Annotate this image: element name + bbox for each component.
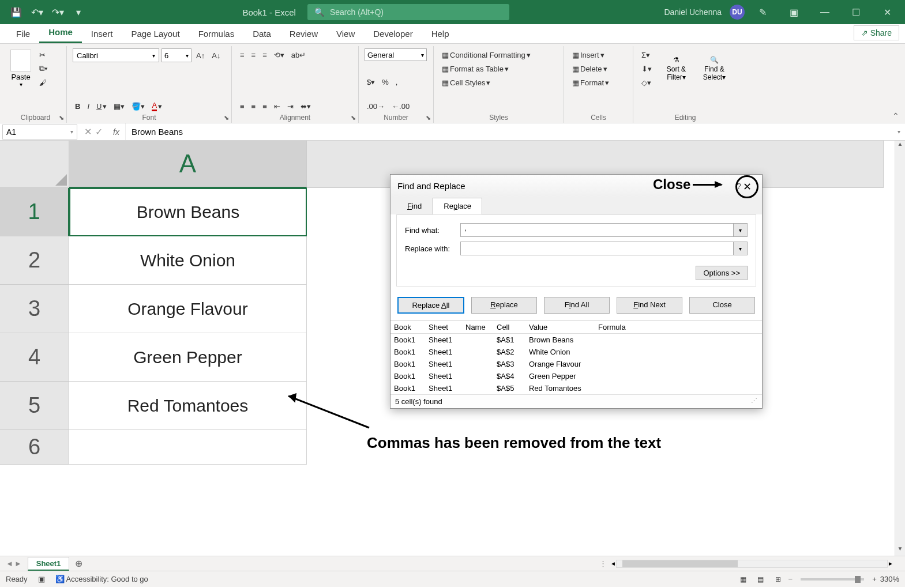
copy-icon[interactable]: ⧉▾ <box>37 62 50 75</box>
result-row[interactable]: Book1Sheet1$A$2White Onion <box>390 346 762 358</box>
scroll-left-icon[interactable]: ◄ <box>610 560 616 567</box>
formula-input[interactable]: Brown Beans <box>125 123 893 140</box>
font-name-select[interactable]: Calibri▾ <box>73 48 159 62</box>
tab-replace[interactable]: Replace <box>433 198 482 214</box>
zoom-out-icon[interactable]: − <box>788 575 793 583</box>
font-size-select[interactable]: 6▾ <box>162 48 191 62</box>
cancel-formula-icon[interactable]: ✕ <box>84 126 92 137</box>
row-header[interactable]: 2 <box>0 236 69 285</box>
fx-icon[interactable]: fx <box>107 127 125 137</box>
normal-view-icon[interactable]: ▦ <box>737 574 750 585</box>
format-table-button[interactable]: ▦ Format as Table ▾ <box>440 62 558 75</box>
replace-with-input[interactable] <box>460 242 734 255</box>
col-name[interactable]: Name <box>462 321 493 333</box>
result-row[interactable]: Book1Sheet1$A$1Brown Beans <box>390 334 762 346</box>
find-what-input[interactable]: , <box>460 223 734 237</box>
scroll-up-icon[interactable]: ▲ <box>895 141 905 151</box>
zoom-level[interactable]: 330% <box>880 575 899 583</box>
align-right-icon[interactable]: ≡ <box>260 100 269 112</box>
row-header[interactable]: 6 <box>0 430 69 465</box>
tab-help[interactable]: Help <box>422 25 459 43</box>
decrease-font-icon[interactable]: A↓ <box>209 49 223 62</box>
cell-a4[interactable]: Green Pepper <box>69 333 307 382</box>
fill-color-button[interactable]: 🪣▾ <box>129 100 147 112</box>
font-color-button[interactable]: A▾ <box>149 100 164 112</box>
macro-rec-icon[interactable]: ▣ <box>38 575 45 583</box>
row-header[interactable]: 3 <box>0 285 69 333</box>
underline-button[interactable]: U▾ <box>94 100 109 112</box>
dialog-close-button[interactable]: ✕ <box>735 175 758 198</box>
row-header[interactable]: 4 <box>0 333 69 382</box>
launcher-icon[interactable]: ⬊ <box>351 114 356 122</box>
align-center-icon[interactable]: ≡ <box>249 100 258 112</box>
comma-icon[interactable]: , <box>393 76 400 89</box>
page-layout-view-icon[interactable]: ▤ <box>754 574 768 585</box>
align-left-icon[interactable]: ≡ <box>238 100 247 112</box>
increase-font-icon[interactable]: A↑ <box>194 49 207 62</box>
sheet-tab-sheet1[interactable]: Sheet1 <box>28 557 70 571</box>
find-all-button[interactable]: Find All <box>544 297 610 314</box>
row-header[interactable]: 1 <box>0 188 69 236</box>
percent-icon[interactable]: % <box>380 76 391 89</box>
fill-icon[interactable]: ⬇▾ <box>639 62 654 75</box>
launcher-icon[interactable]: ⬊ <box>59 114 64 122</box>
autosum-icon[interactable]: Σ▾ <box>639 48 654 61</box>
zoom-slider[interactable] <box>801 578 864 581</box>
scroll-right-icon[interactable]: ► <box>888 560 893 567</box>
tab-review[interactable]: Review <box>280 25 327 43</box>
tab-insert[interactable]: Insert <box>82 25 122 43</box>
prev-sheet-icon[interactable]: ◄ <box>6 559 13 568</box>
currency-icon[interactable]: $▾ <box>365 76 377 89</box>
replace-all-button[interactable]: Replace All <box>397 297 464 314</box>
tab-file[interactable]: File <box>7 25 39 43</box>
tab-formulas[interactable]: Formulas <box>189 25 244 43</box>
close-window-icon[interactable]: ✕ <box>874 0 900 24</box>
scroll-thumb[interactable] <box>622 560 738 567</box>
decrease-indent-icon[interactable]: ⇤ <box>272 100 283 112</box>
ribbon-mode-icon[interactable]: ▣ <box>780 0 807 24</box>
resize-grip-icon[interactable]: ⋰ <box>751 397 757 406</box>
name-box[interactable]: A1▾ <box>2 125 77 140</box>
find-what-dropdown[interactable]: ▾ <box>734 223 748 237</box>
border-button[interactable]: ▦▾ <box>111 100 127 112</box>
col-sheet[interactable]: Sheet <box>425 321 462 333</box>
cell-a1[interactable]: Brown Beans <box>69 188 307 236</box>
find-select-button[interactable]: Find & Select▾ <box>697 65 731 81</box>
col-book[interactable]: Book <box>390 321 425 333</box>
search-input[interactable]: 🔍 Search (Alt+Q) <box>307 4 509 20</box>
align-top-icon[interactable]: ≡ <box>238 48 247 61</box>
tab-home[interactable]: Home <box>39 24 82 43</box>
enter-formula-icon[interactable]: ✓ <box>95 126 103 137</box>
cell-a5[interactable]: Red Tomantoes <box>69 382 307 430</box>
expand-formula-bar-icon[interactable]: ▾ <box>893 129 905 135</box>
paste-button[interactable]: Paste ▾ <box>10 50 31 88</box>
merge-center-icon[interactable]: ⬌▾ <box>298 100 313 112</box>
cell-a2[interactable]: White Onion <box>69 236 307 285</box>
launcher-icon[interactable]: ⬊ <box>426 114 431 122</box>
horizontal-scrollbar[interactable]: ⋮ ◄ ► <box>599 559 893 569</box>
col-cell[interactable]: Cell <box>493 321 525 333</box>
italic-button[interactable]: I <box>85 100 92 112</box>
clear-icon[interactable]: ◇▾ <box>639 76 654 89</box>
launcher-icon[interactable]: ⬊ <box>224 114 229 122</box>
cut-icon[interactable]: ✂ <box>37 48 50 61</box>
col-formula[interactable]: Formula <box>595 321 762 333</box>
find-select-icon[interactable]: 🔍 <box>697 56 731 64</box>
conditional-formatting-button[interactable]: ▦ Conditional Formatting ▾ <box>440 48 558 61</box>
qat-more-icon[interactable]: ▾ <box>69 3 88 21</box>
add-sheet-button[interactable]: ⊕ <box>69 558 88 569</box>
tab-view[interactable]: View <box>327 25 364 43</box>
result-row[interactable]: Book1Sheet1$A$4Green Pepper <box>390 370 762 382</box>
col-value[interactable]: Value <box>525 321 595 333</box>
bold-button[interactable]: B <box>73 100 82 112</box>
tab-developer[interactable]: Developer <box>364 25 422 43</box>
format-painter-icon[interactable]: 🖌 <box>37 76 50 89</box>
number-format-select[interactable]: General▾ <box>365 48 427 61</box>
result-row[interactable]: Book1Sheet1$A$3Orange Flavour <box>390 358 762 370</box>
scroll-split-icon[interactable]: ⋮ <box>599 559 607 568</box>
options-button[interactable]: Options >> <box>696 266 748 280</box>
cell-a6[interactable] <box>69 430 307 465</box>
cell-styles-button[interactable]: ▦ Cell Styles ▾ <box>440 76 558 89</box>
undo-icon[interactable]: ↶▾ <box>28 3 46 21</box>
find-next-button[interactable]: Find Next <box>617 297 682 314</box>
